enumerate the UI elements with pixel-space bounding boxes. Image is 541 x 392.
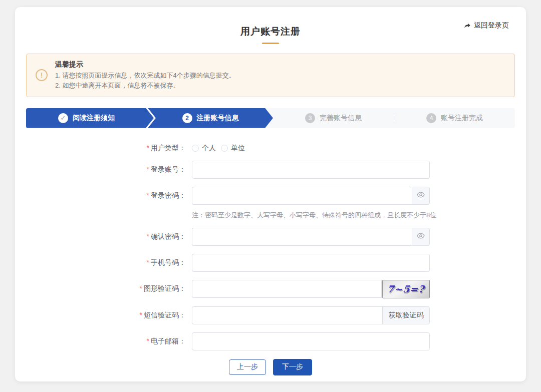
email-input[interactable] — [192, 332, 430, 350]
step-label: 账号注册完成 — [441, 114, 483, 123]
confirm-password-input[interactable] — [192, 228, 412, 246]
mobile-label: *手机号码： — [15, 258, 192, 267]
radio-personal-label: 个人 — [202, 144, 216, 153]
password-row: *登录密码： — [15, 187, 526, 205]
back-link-label: 返回登录页 — [474, 21, 509, 30]
registration-form: *用户类型： 个人 单位 *登录账号： *登录密码： — [15, 144, 526, 375]
image-captcha-label: *图形验证码： — [15, 284, 192, 293]
eye-icon — [417, 232, 425, 242]
registration-card: 返回登录页 用户账号注册 ! 温馨提示 1. 请您按照页面提示信息，依次完成如下… — [15, 7, 526, 381]
required-asterisk: * — [147, 165, 149, 173]
radio-organization-label: 单位 — [231, 144, 245, 153]
step-done-check-icon: ✓ — [58, 113, 68, 123]
get-sms-code-button[interactable]: 获取验证码 — [382, 306, 430, 324]
step-read-notice: ✓ 阅读注册须知 — [26, 108, 154, 128]
account-input[interactable] — [192, 161, 430, 179]
required-asterisk: * — [147, 258, 149, 266]
password-input[interactable] — [192, 187, 412, 205]
mobile-row: *手机号码： — [15, 254, 526, 272]
notice-content: 温馨提示 1. 请您按照页面提示信息，依次完成如下4个步骤的信息提交。 2. 如… — [55, 60, 235, 91]
image-captcha-input[interactable] — [192, 280, 382, 298]
warning-icon: ! — [36, 69, 48, 81]
step-number-badge: 3 — [305, 113, 315, 123]
required-asterisk: * — [147, 144, 149, 152]
image-captcha-row: *图形验证码： 7~5=? — [15, 280, 526, 298]
required-asterisk: * — [140, 284, 142, 292]
radio-organization[interactable]: 单位 — [221, 144, 245, 153]
sms-code-row: *短信验证码： 获取验证码 — [15, 306, 526, 324]
eye-icon — [417, 191, 425, 201]
mobile-input[interactable] — [192, 254, 430, 272]
account-row: *登录账号： — [15, 161, 526, 179]
required-asterisk: * — [147, 337, 149, 345]
confirm-password-label: *确认密码： — [15, 232, 192, 241]
step-registration-done: 4 账号注册完成 — [394, 113, 515, 123]
title-area: 用户账号注册 — [15, 7, 526, 44]
required-asterisk: * — [140, 311, 142, 319]
captcha-image[interactable]: 7~5=? — [382, 280, 430, 298]
radio-circle-icon — [221, 145, 228, 152]
step-label: 阅读注册须知 — [73, 114, 115, 123]
forward-arrow-icon — [464, 22, 471, 29]
notice-line-2: 2. 如您中途离开本页面，信息将不被保存。 — [55, 81, 235, 91]
confirm-password-row: *确认密码： — [15, 228, 526, 246]
email-row: *电子邮箱： — [15, 332, 526, 350]
toggle-password-visibility-button[interactable] — [412, 187, 430, 205]
step-label: 注册账号信息 — [197, 114, 239, 123]
toggle-confirm-password-visibility-button[interactable] — [412, 228, 430, 246]
next-step-button[interactable]: 下一步 — [273, 359, 312, 375]
notice-title: 温馨提示 — [55, 60, 235, 69]
password-rule-note: 注：密码至少是数字、大写字母、小写字母、特殊符号的四种组成，且长度不少于8位 — [192, 211, 526, 220]
step-register-account-info: 2 注册账号信息 — [148, 108, 273, 128]
required-asterisk: * — [147, 232, 149, 240]
back-to-login-link[interactable]: 返回登录页 — [464, 21, 509, 30]
step-label: 完善账号信息 — [320, 114, 362, 123]
title-underline — [262, 43, 279, 44]
sms-code-input[interactable] — [192, 306, 382, 324]
password-label: *登录密码： — [15, 191, 192, 200]
user-type-row: *用户类型： 个人 单位 — [15, 144, 526, 153]
notice-box: ! 温馨提示 1. 请您按照页面提示信息，依次完成如下4个步骤的信息提交。 2.… — [26, 54, 515, 97]
email-label: *电子邮箱： — [15, 337, 192, 346]
sms-code-label: *短信验证码： — [15, 311, 192, 320]
previous-step-button[interactable]: 上一步 — [229, 359, 266, 375]
step-number-badge: 4 — [426, 113, 436, 123]
step-progress-bar: ✓ 阅读注册须知 2 注册账号信息 3 完善账号信息 4 账号注册完成 — [26, 108, 515, 128]
captcha-image-text: 7~5=? — [387, 283, 425, 294]
account-label: *登录账号： — [15, 165, 192, 174]
page-title: 用户账号注册 — [15, 25, 526, 38]
required-asterisk: * — [147, 191, 149, 199]
radio-personal[interactable]: 个人 — [192, 144, 216, 153]
user-type-label: *用户类型： — [15, 144, 192, 153]
step-complete-account-info: 3 完善账号信息 — [273, 113, 394, 123]
step-number-badge: 2 — [182, 113, 192, 123]
radio-circle-icon — [192, 145, 199, 152]
form-actions: 上一步 下一步 — [15, 359, 526, 375]
notice-line-1: 1. 请您按照页面提示信息，依次完成如下4个步骤的信息提交。 — [55, 71, 235, 81]
